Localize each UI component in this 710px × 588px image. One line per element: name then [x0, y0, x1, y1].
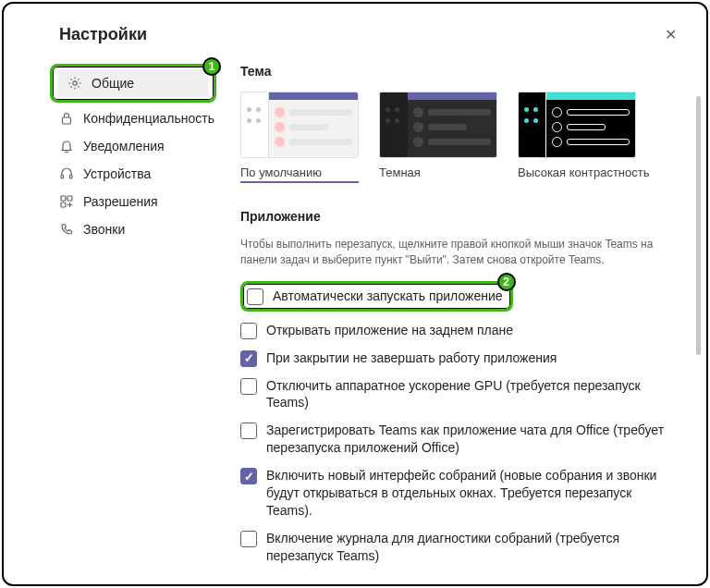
svg-rect-3 [70, 175, 73, 178]
sidebar-item-notifications[interactable]: Уведомления [50, 132, 216, 160]
sidebar-item-devices[interactable]: Устройства [50, 160, 216, 188]
checkbox-keep-running-on-close[interactable]: При закрытии не завершать работу приложе… [240, 349, 679, 367]
theme-label: По умолчанию [240, 165, 359, 179]
sidebar-item-label: Разрешения [83, 194, 158, 209]
sidebar-item-label: Конфиденциальность [83, 111, 214, 126]
theme-option-high-contrast[interactable]: Высокая контрастность [518, 92, 650, 183]
sidebar-item-general[interactable]: Общие [58, 69, 208, 97]
svg-rect-1 [63, 117, 71, 124]
checkbox-icon [240, 323, 257, 339]
checkbox-icon [240, 350, 257, 367]
lock-icon [59, 111, 74, 126]
svg-rect-2 [61, 175, 64, 178]
checkbox-label: Автоматически запускать приложение [273, 288, 503, 305]
checkbox-disable-gpu[interactable]: Отключить аппаратное ускорение GPU (треб… [240, 377, 679, 412]
checkbox-new-meeting-experience[interactable]: Включить новый интерфейс собраний (новые… [240, 467, 679, 520]
checkbox-label: Зарегистрировать Teams как приложение ча… [266, 422, 679, 457]
bell-icon [59, 139, 74, 153]
svg-rect-4 [61, 196, 66, 201]
theme-option-default[interactable]: По умолчанию [240, 92, 359, 183]
scrollbar[interactable] [696, 96, 701, 355]
sidebar: Общие 1 Конфиденциальность Уведомления [50, 64, 216, 574]
checkbox-label: Включить новый интерфейс собраний (новые… [266, 467, 679, 520]
page-title: Настройки [59, 25, 147, 44]
headset-icon [59, 166, 74, 181]
gear-icon [67, 76, 82, 91]
close-button[interactable]: ✕ [661, 22, 680, 47]
app-section-hint: Чтобы выполнить перезапуск, щелкните пра… [240, 237, 679, 268]
checkbox-label: При закрытии не завершать работу приложе… [266, 349, 557, 367]
checkbox-label: Отключить аппаратное ускорение GPU (треб… [266, 377, 679, 412]
sidebar-item-label: Звонки [83, 222, 125, 237]
checkbox-open-background[interactable]: Открывать приложение на заднем плане [240, 322, 679, 339]
theme-section-title: Тема [240, 64, 679, 79]
checkbox-icon [247, 288, 263, 305]
checkbox-icon [240, 531, 257, 547]
sidebar-item-calls[interactable]: Звонки [50, 215, 216, 243]
theme-label: Высокая контрастность [518, 165, 650, 179]
sidebar-item-label: Уведомления [83, 139, 165, 153]
svg-point-0 [73, 81, 77, 85]
app-section-title: Приложение [240, 209, 679, 224]
checkbox-register-office-chat[interactable]: Зарегистрировать Teams как приложение ча… [240, 422, 679, 457]
sidebar-item-privacy[interactable]: Конфиденциальность [50, 104, 216, 132]
checkbox-label: Включение журнала для диагностики собран… [266, 530, 679, 565]
annotation-badge-2: 2 [497, 273, 516, 291]
sidebar-item-label: Общие [92, 76, 134, 91]
svg-rect-5 [67, 196, 72, 201]
sidebar-item-label: Устройства [83, 166, 151, 181]
apps-icon [59, 194, 74, 209]
checkbox-icon [240, 378, 257, 395]
checkbox-autostart[interactable]: Автоматически запускать приложение [247, 288, 503, 305]
theme-label: Темная [379, 165, 497, 179]
theme-preview-default [240, 92, 359, 158]
checkbox-label: Открывать приложение на заднем плане [266, 322, 513, 339]
phone-icon [59, 222, 74, 237]
checkbox-icon [240, 423, 257, 439]
theme-preview-high-contrast [518, 92, 636, 158]
theme-option-dark[interactable]: Темная [379, 92, 497, 183]
sidebar-item-permissions[interactable]: Разрешения [50, 188, 216, 215]
theme-preview-dark [379, 92, 497, 158]
annotation-badge-1: 1 [202, 57, 221, 76]
main-panel: Тема По умолчанию [216, 64, 688, 574]
svg-rect-6 [61, 202, 66, 207]
checkbox-meeting-diagnostics-log[interactable]: Включение журнала для диагностики собран… [240, 530, 679, 565]
checkbox-icon [240, 468, 257, 484]
